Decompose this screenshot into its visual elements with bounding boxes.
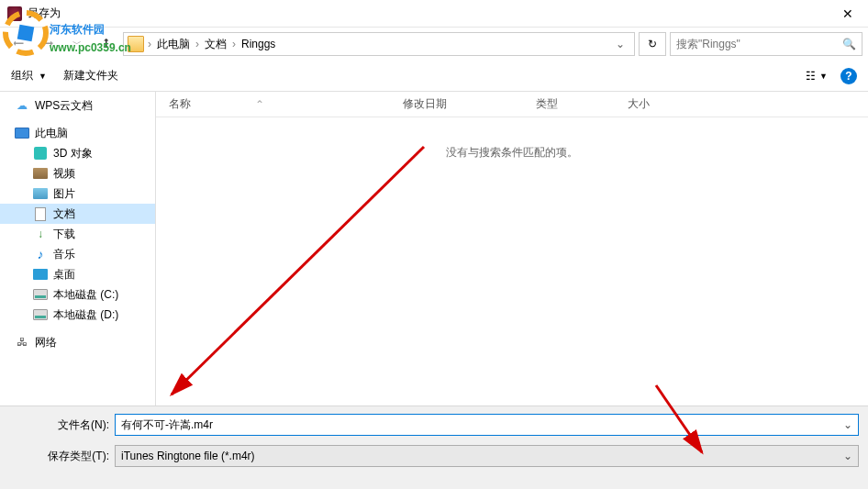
close-button[interactable]: ✕	[827, 0, 868, 28]
titlebar: 另存为 ✕	[0, 0, 868, 28]
folder-icon	[128, 36, 144, 52]
cloud-icon: ☁	[15, 98, 29, 113]
window-title: 另存为	[28, 6, 827, 21]
filetype-label: 保存类型(T):	[9, 449, 115, 464]
disk-icon	[33, 307, 48, 322]
app-icon	[7, 6, 22, 21]
body-area: ☁ WPS云文档 此电脑 3D 对象 视频 图片 文档 ↓ 下载 ♪	[0, 92, 868, 406]
breadcrumb-seg-pc[interactable]: 此电脑	[153, 37, 194, 52]
organize-toolbar: 组织 ▼ 新建文件夹 ☷ ▼ ?	[0, 61, 868, 92]
search-box[interactable]: 🔍	[670, 32, 862, 56]
empty-message: 没有与搜索条件匹配的项。	[156, 117, 868, 161]
sidebar-item-pictures[interactable]: 图片	[0, 183, 155, 204]
picture-icon	[33, 186, 48, 201]
bottom-panel: 文件名(N): ⌄ 保存类型(T): iTunes Ringtone file …	[0, 406, 868, 489]
filetype-combo[interactable]: iTunes Ringtone file (*.m4r) ⌄	[115, 445, 859, 467]
sidebar-item-wpscloud[interactable]: ☁ WPS云文档	[0, 95, 155, 116]
download-icon: ↓	[33, 227, 48, 241]
breadcrumb-seg-current[interactable]: Ringgs	[238, 38, 279, 50]
filename-combo[interactable]: ⌄	[115, 414, 859, 436]
sidebar-item-disk-c[interactable]: 本地磁盘 (C:)	[0, 284, 155, 305]
view-options-button[interactable]: ☷ ▼	[806, 70, 828, 83]
filename-input[interactable]	[121, 418, 838, 431]
pc-icon	[15, 126, 29, 140]
cube-icon	[33, 146, 48, 161]
new-folder-button[interactable]: 新建文件夹	[63, 68, 118, 83]
breadcrumb[interactable]: › 此电脑 › 文档 › Ringgs ⌄	[123, 32, 635, 56]
column-type[interactable]: 类型	[523, 96, 615, 112]
document-icon	[33, 206, 48, 221]
sidebar-item-downloads[interactable]: ↓ 下载	[0, 224, 155, 244]
back-button[interactable]: 🠔	[6, 32, 31, 56]
search-input[interactable]	[676, 38, 842, 50]
desktop-icon	[33, 267, 48, 282]
file-list-panel: 名称 ⌃ 修改日期 类型 大小 没有与搜索条件匹配的项。	[156, 92, 868, 406]
chevron-down-icon: ▼	[819, 72, 828, 81]
column-date[interactable]: 修改日期	[390, 96, 523, 112]
chevron-down-icon: ▼	[39, 72, 47, 81]
help-button[interactable]: ?	[840, 68, 857, 84]
chevron-right-icon[interactable]: ›	[230, 38, 238, 50]
column-headers: 名称 ⌃ 修改日期 类型 大小	[156, 92, 868, 117]
network-icon: 🖧	[15, 335, 29, 350]
filetype-dropdown[interactable]: ⌄	[838, 450, 852, 462]
refresh-button[interactable]: ↻	[639, 32, 666, 56]
sidebar-item-network[interactable]: 🖧 网络	[0, 332, 155, 352]
view-icon: ☷	[806, 70, 816, 83]
filetype-value: iTunes Ringtone file (*.m4r)	[121, 450, 838, 462]
breadcrumb-dropdown[interactable]: ⌄	[610, 38, 630, 50]
up-button[interactable]: 🠕	[94, 32, 119, 56]
sidebar-item-3dobjects[interactable]: 3D 对象	[0, 143, 155, 163]
sidebar-item-thispc[interactable]: 此电脑	[0, 123, 155, 143]
sidebar-item-videos[interactable]: 视频	[0, 163, 155, 183]
chevron-right-icon[interactable]: ›	[194, 38, 201, 50]
video-icon	[33, 166, 48, 181]
sidebar-item-documents[interactable]: 文档	[0, 204, 155, 224]
filename-dropdown[interactable]: ⌄	[838, 418, 852, 431]
sidebar-item-music[interactable]: ♪ 音乐	[0, 244, 155, 264]
organize-button[interactable]: 组织 ▼	[11, 68, 47, 83]
recent-dropdown[interactable]: ﹀	[64, 32, 90, 56]
disk-icon	[33, 287, 48, 302]
address-toolbar: 🠔 🠖 ﹀ 🠕 › 此电脑 › 文档 › Ringgs ⌄ ↻ 🔍	[0, 28, 868, 61]
sort-indicator-icon: ⌃	[255, 98, 264, 111]
filename-label: 文件名(N):	[9, 417, 115, 433]
sidebar: ☁ WPS云文档 此电脑 3D 对象 视频 图片 文档 ↓ 下载 ♪	[0, 92, 156, 406]
column-name[interactable]: 名称 ⌃	[156, 96, 390, 112]
music-icon: ♪	[33, 247, 48, 261]
filetype-row: 保存类型(T): iTunes Ringtone file (*.m4r) ⌄	[9, 445, 859, 467]
forward-button: 🠖	[35, 32, 61, 56]
action-row: ⌃ 隐藏文件夹 保存(S) 取消	[9, 476, 859, 489]
column-size[interactable]: 大小	[615, 96, 662, 112]
breadcrumb-seg-doc[interactable]: 文档	[201, 37, 230, 52]
filename-row: 文件名(N): ⌄	[9, 414, 859, 436]
chevron-right-icon[interactable]: ›	[146, 38, 153, 50]
search-icon[interactable]: 🔍	[842, 38, 856, 50]
sidebar-item-desktop[interactable]: 桌面	[0, 264, 155, 284]
sidebar-item-disk-d[interactable]: 本地磁盘 (D:)	[0, 305, 155, 325]
